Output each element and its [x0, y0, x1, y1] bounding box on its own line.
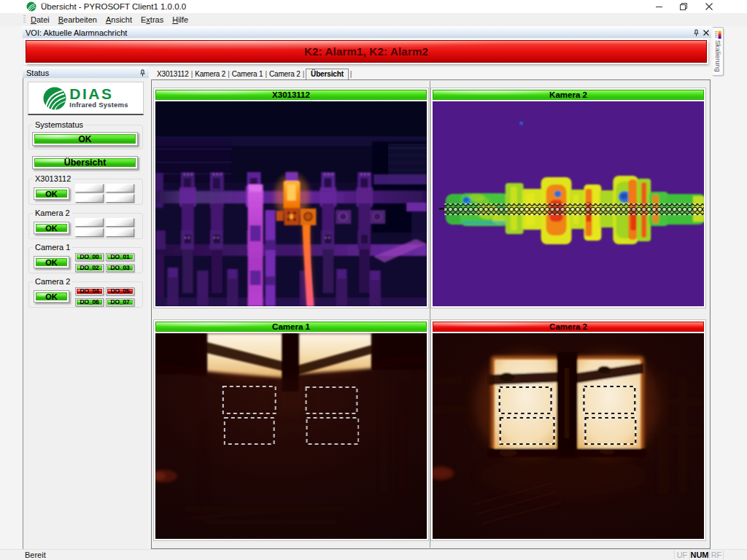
view-tabstrip: X3013112 | Kamera 2 | Camera 1 | Camera …	[151, 67, 711, 79]
kamera2-ok-button[interactable]: OK	[34, 222, 69, 234]
alarm-banner[interactable]: K2: Alarm1, K2: Alarm2	[26, 40, 707, 63]
group-camera1: Camera 1 OK DO_00 DO_01 DO_02 DO_03	[28, 247, 143, 273]
do-03-label: DO_03	[107, 265, 133, 271]
do-01-button[interactable]: DO_01	[106, 253, 134, 261]
group-systemstatus-label: Systemstatus	[33, 120, 85, 129]
thermal-image-camera1	[155, 333, 427, 539]
do-05-button[interactable]: DO_05	[106, 287, 134, 295]
group-camera2-label: Camera 2	[33, 277, 72, 286]
indicator-rf: RF	[710, 550, 723, 560]
menu-label-post: atei	[36, 15, 50, 24]
pin-icon	[693, 29, 700, 36]
pin-icon	[139, 69, 146, 77]
systemstatus-ok-button[interactable]: OK	[32, 132, 138, 146]
do-02-label: DO_02	[77, 265, 102, 271]
menu-hilfe[interactable]: Hilfe	[169, 14, 192, 26]
do-07-label: DO_07	[107, 300, 133, 305]
dias-logo-icon	[43, 87, 66, 110]
voi-close-button[interactable]	[702, 28, 711, 37]
camera-view-title: Kamera 2	[549, 90, 587, 99]
kamera2-slot-3	[75, 228, 104, 237]
menu-label-post: earbeiten	[63, 15, 97, 24]
menu-label-post: nsicht	[111, 15, 132, 24]
logo-tagline: Infrared Systems	[69, 101, 128, 109]
overview-button-label: Übersicht	[34, 158, 136, 167]
systemstatus-ok-label: OK	[34, 134, 136, 144]
alarm-message-area: K2: Alarm1, K2: Alarm2	[23, 38, 711, 67]
camera-view-camera1-header: Camera 1	[155, 322, 427, 332]
thermal-image-kamera2	[433, 101, 704, 306]
camera-view-kamera2-header: Kamera 2	[433, 90, 704, 100]
status-pin-button[interactable]	[138, 69, 147, 77]
voi-pin-button[interactable]	[692, 28, 700, 37]
do-06-button[interactable]: DO_06	[75, 298, 104, 306]
close-button[interactable]	[697, 0, 721, 13]
camera-view-camera2-header: Camera 2	[433, 322, 704, 332]
menu-access-key: H	[172, 15, 178, 24]
tab-separator: |	[349, 69, 353, 79]
thermal-image-camera2	[433, 333, 704, 539]
status-panel-body: DIAS Infrared Systems Systemstatus OK Üb…	[23, 78, 149, 549]
camera1-ok-label: OK	[36, 258, 67, 266]
camera2-ok-label: OK	[36, 292, 67, 300]
tab-x3013112[interactable]: X3013112	[156, 69, 190, 79]
app-icon	[26, 1, 36, 12]
tab-skalierung[interactable]: Skalierung	[713, 27, 724, 76]
group-x3013112: X3013112 OK	[28, 179, 143, 205]
statusbar-separator	[723, 551, 724, 559]
do-04-label: DO_04	[77, 289, 102, 294]
do-05-label: DO_05	[107, 289, 133, 294]
restore-icon	[680, 3, 687, 10]
do-03-button[interactable]: DO_03	[106, 264, 134, 272]
title-bar: Übersicht - PYROSOFT Client1 1.0.0.0	[0, 0, 747, 13]
x3013112-slot-1	[75, 184, 104, 192]
minimize-button[interactable]	[647, 0, 671, 13]
status-panel: Status DIAS Infrared Systems System	[23, 67, 149, 549]
tab-kamera2[interactable]: Kamera 2	[194, 69, 226, 79]
status-bar: Bereit UF NUM RF	[0, 549, 747, 560]
tab-camera2[interactable]: Camera 2	[268, 69, 301, 79]
menu-extras[interactable]: Extras	[137, 14, 167, 26]
camera-view-x3013112[interactable]: X3013112	[153, 88, 429, 308]
tab-skalierung-label: Skalierung	[714, 40, 721, 72]
camera-view-kamera2[interactable]: Kamera 2	[430, 88, 706, 308]
menu-access-key: B	[58, 15, 63, 24]
menu-grip	[23, 15, 26, 24]
camera-view-camera1[interactable]: Camera 1	[153, 319, 429, 541]
tab-camera1[interactable]: Camera 1	[231, 69, 264, 79]
x3013112-ok-button[interactable]: OK	[34, 187, 69, 200]
voi-panel-caption: VOI: Aktuelle Alarmnachricht	[23, 26, 711, 38]
do-06-label: DO_06	[77, 300, 102, 305]
tab-uebersicht[interactable]: Übersicht	[306, 69, 349, 79]
camera1-ok-button[interactable]: OK	[34, 256, 69, 268]
x3013112-slot-4	[106, 194, 134, 203]
indicator-num: NUM	[690, 550, 709, 560]
kamera2-ok-label: OK	[36, 224, 67, 232]
scaling-palette-icon	[715, 31, 721, 39]
menu-label-post: ilfe	[178, 15, 188, 24]
do-02-button[interactable]: DO_02	[75, 264, 104, 272]
alarm-text: K2: Alarm1, K2: Alarm2	[304, 45, 428, 58]
menu-access-key: D	[31, 15, 36, 24]
camera-view-title: Camera 2	[549, 322, 587, 331]
window-title: Übersicht - PYROSOFT Client1 1.0.0.0	[41, 0, 186, 13]
menu-datei[interactable]: Datei	[27, 14, 53, 26]
overview-quad-view: X3013112	[151, 79, 711, 549]
camera-view-x3013112-header: X3013112	[155, 90, 427, 100]
thermal-image-x3013112	[155, 101, 427, 306]
status-panel-title: Status	[26, 68, 49, 79]
do-07-button[interactable]: DO_07	[106, 298, 134, 306]
voi-panel-title: VOI: Aktuelle Alarmnachricht	[26, 27, 127, 39]
camera-view-camera2[interactable]: Camera 2	[430, 319, 706, 541]
restore-button[interactable]	[671, 0, 695, 13]
do-04-button[interactable]: DO_04	[75, 287, 104, 295]
dias-logo: DIAS Infrared Systems	[28, 82, 144, 115]
x3013112-slot-3	[75, 194, 104, 203]
menu-ansicht[interactable]: Ansicht	[102, 14, 136, 26]
overview-button[interactable]: Übersicht	[32, 156, 138, 169]
menu-bearbeiten[interactable]: Bearbeiten	[55, 14, 101, 26]
group-kamera2: Kamera 2 OK	[28, 213, 143, 239]
camera2-ok-button[interactable]: OK	[34, 290, 69, 303]
camera-view-title: Camera 1	[272, 322, 310, 331]
do-00-button[interactable]: DO_00	[75, 253, 104, 261]
